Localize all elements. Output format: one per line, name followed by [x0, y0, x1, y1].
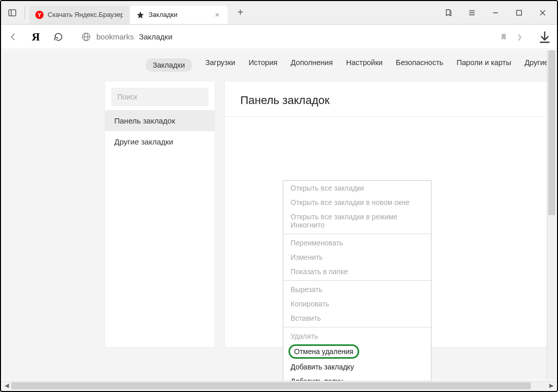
window-maximize-button[interactable] [508, 2, 530, 24]
ctx-show-in-folder[interactable]: Показать в папке [283, 264, 431, 279]
nav-passwords[interactable]: Пароли и карты [457, 58, 511, 72]
tab-title: Закладки [149, 11, 209, 18]
chevron-right-icon: ❯ [517, 33, 522, 40]
sidebar: Поиск Панель закладок Другие закладки [105, 81, 215, 347]
address-scheme: bookmarks [96, 32, 134, 41]
new-tab-button[interactable]: + [233, 5, 248, 20]
side-panel-toggle[interactable] [4, 5, 20, 20]
globe-icon [81, 32, 91, 42]
address-bar[interactable]: bookmarks Закладки ❯ [74, 28, 529, 46]
ctx-rename[interactable]: Переименовать [283, 236, 431, 250]
ctx-open-all-incognito[interactable]: Открыть все закладки в режиме Инкогнито [283, 210, 431, 232]
nav-settings[interactable]: Настройки [346, 58, 383, 72]
ctx-paste[interactable]: Вставить [283, 311, 431, 325]
ctx-add-bookmark[interactable]: Добавить закладку [283, 360, 431, 374]
ctx-undo-delete[interactable]: Отмена удаления [288, 344, 359, 359]
tab-yandex-download[interactable]: Y Скачать Яндекс.Браузер д [29, 6, 129, 24]
divider [225, 116, 555, 117]
svg-rect-8 [516, 10, 521, 15]
yandex-home-button[interactable]: Я [29, 30, 43, 44]
divider [25, 6, 25, 19]
close-icon[interactable]: × [213, 11, 221, 19]
ctx-open-all-new-window[interactable]: Открыть все закладки в новом окне [283, 195, 431, 210]
scrollbar-thumb[interactable] [11, 382, 531, 389]
address-title: Закладки [139, 32, 172, 41]
back-button[interactable] [6, 30, 20, 44]
nav-downloads[interactable]: Загрузки [205, 58, 235, 72]
svg-text:Y: Y [37, 12, 42, 18]
search-input[interactable]: Поиск [111, 88, 209, 106]
sidebar-item-other-bookmarks[interactable]: Другие закладки [105, 131, 215, 152]
settings-nav: Закладки Загрузки История Дополнения Нас… [2, 50, 556, 81]
ctx-copy[interactable]: Копировать [283, 297, 431, 311]
ctx-cut[interactable]: Вырезать [283, 282, 431, 297]
yandex-favicon: Y [35, 11, 44, 19]
toolbar: Я bookmarks Закладки ❯ [1, 25, 557, 49]
ctx-delete[interactable]: Удалить [283, 329, 431, 343]
svg-rect-0 [9, 10, 16, 16]
scrollbar-thumb[interactable] [548, 50, 555, 215]
ctx-open-all[interactable]: Открыть все закладки [283, 181, 431, 195]
vertical-scrollbar[interactable] [547, 50, 556, 380]
downloads-button[interactable] [538, 30, 552, 44]
tab-title: Скачать Яндекс.Браузер д [48, 11, 123, 18]
scroll-left-arrow[interactable]: ◀ [2, 382, 11, 389]
nav-security[interactable]: Безопасность [396, 58, 444, 72]
star-icon [136, 11, 144, 19]
ctx-edit[interactable]: Изменить [283, 250, 431, 264]
page-heading: Панель закладок [240, 94, 540, 107]
context-menu: Открыть все закладки Открыть все закладк… [283, 180, 431, 389]
horizontal-scrollbar[interactable]: ◀ ▶ [2, 381, 556, 390]
tab-strip: Y Скачать Яндекс.Браузер д Закладки × + [1, 1, 557, 25]
sidebar-item-bookmark-bar[interactable]: Панель закладок [105, 110, 215, 131]
nav-addons[interactable]: Дополнения [291, 58, 333, 72]
search-placeholder: Поиск [117, 93, 137, 101]
window-minimize-button[interactable] [484, 2, 507, 24]
scroll-right-arrow[interactable]: ▶ [547, 382, 556, 389]
tab-bookmarks[interactable]: Закладки × [130, 6, 228, 24]
nav-bookmarks[interactable]: Закладки [146, 58, 192, 72]
nav-history[interactable]: История [249, 58, 277, 72]
window-close-button[interactable] [531, 2, 554, 24]
bookmark-all-icon[interactable] [437, 2, 460, 24]
page: Закладки Загрузки История Дополнения Нас… [2, 50, 556, 380]
hamburger-menu-icon[interactable] [461, 2, 483, 24]
bookmark-flag-icon[interactable] [500, 32, 508, 42]
reload-button[interactable] [51, 30, 66, 44]
